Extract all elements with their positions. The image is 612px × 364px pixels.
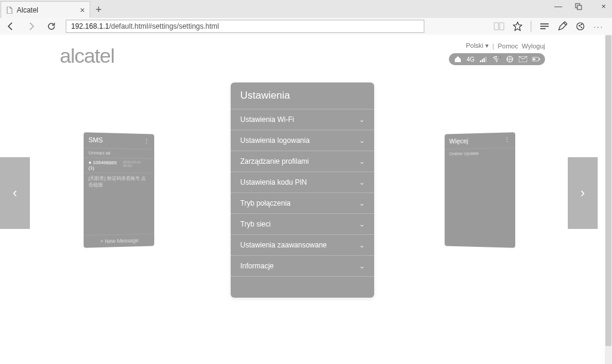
chevron-down-icon: ⌄ (359, 137, 365, 145)
settings-card: Ustawienia Ustawienia Wi-Fi⌄ Ustawienia … (231, 82, 374, 298)
globe-icon[interactable] (506, 55, 514, 63)
wifi-icon[interactable]: 1 (492, 55, 501, 63)
page-content: alcatel Polski ▾ | Pomoc Wyloguj 4G 1 (0, 35, 605, 364)
svg-rect-8 (484, 58, 485, 62)
window-close-icon[interactable]: × (598, 2, 610, 11)
browser-chrome: Alcatel × + — × 192.168.1.1/default.html… (0, 0, 612, 35)
carousel-next-button[interactable]: › (568, 157, 598, 229)
reading-view-icon[interactable] (494, 22, 504, 30)
settings-item-info[interactable]: Informacje⌄ (231, 255, 374, 276)
settings-item-network-mode[interactable]: Tryb sieci⌄ (231, 213, 374, 234)
svg-rect-16 (533, 58, 536, 60)
window-maximize-icon[interactable] (575, 3, 587, 10)
svg-point-10 (496, 61, 497, 62)
settings-item-login[interactable]: Ustawienia logowania⌄ (231, 130, 374, 151)
mail-icon[interactable] (519, 55, 527, 63)
settings-item-advanced[interactable]: Ustawienia zaawansowane⌄ (231, 234, 374, 255)
settings-title: Ustawienia (231, 82, 374, 109)
card-subheader: Unread all (84, 148, 154, 158)
signal-icon (479, 55, 488, 63)
svg-rect-17 (539, 58, 540, 60)
address-bar[interactable]: 192.168.1.1/default.html#settings/settin… (66, 20, 424, 33)
chevron-down-icon: ⌄ (359, 179, 365, 186)
toolbar-divider (531, 21, 531, 32)
notes-icon[interactable] (558, 22, 567, 31)
logout-link[interactable]: Wyloguj (522, 42, 545, 50)
language-selector[interactable]: Polski ▾ (466, 42, 488, 50)
chevron-down-icon: ⌄ (359, 262, 365, 270)
brand-logo: alcatel (60, 44, 114, 68)
back-button[interactable] (5, 20, 17, 32)
scrollbar[interactable] (605, 35, 612, 364)
chevron-down-icon: ⌄ (359, 158, 365, 166)
network-label: 4G (467, 56, 475, 63)
hub-icon[interactable] (540, 22, 549, 30)
home-icon[interactable] (454, 55, 462, 63)
browser-tab[interactable]: Alcatel × (1, 1, 90, 18)
scrollbar-thumb[interactable] (605, 35, 611, 346)
sms-card[interactable]: SMS⋮ Unread all ● 109498865 (1)2016-05-1… (84, 132, 154, 247)
carousel-prev-button[interactable]: ‹ (0, 157, 30, 229)
separator: | (492, 42, 494, 50)
svg-rect-7 (482, 59, 483, 62)
new-message-button[interactable]: + New Message (84, 234, 154, 248)
page-icon (6, 7, 13, 14)
sms-row[interactable]: ● 109498865 (1)2016-05-14 18:00 (84, 157, 154, 173)
card-footer-pad (231, 276, 374, 298)
card-row[interactable]: Online Update (445, 148, 515, 158)
more-card[interactable]: Więcej⋮ Online Update (445, 132, 515, 247)
card-title: Więcej (449, 137, 469, 145)
window-minimize-icon[interactable]: — (552, 2, 564, 11)
refresh-button[interactable] (45, 20, 57, 32)
settings-item-connection-mode[interactable]: Tryb połączenia⌄ (231, 192, 374, 213)
status-bar: 4G 1 (449, 53, 545, 65)
favorite-icon[interactable] (513, 22, 522, 31)
settings-item-wifi[interactable]: Ustawienia Wi-Fi⌄ (231, 109, 374, 130)
more-icon[interactable]: ··· (593, 22, 604, 31)
tab-title: Alcatel (17, 6, 38, 14)
forward-button[interactable] (25, 20, 37, 32)
svg-rect-1 (577, 5, 582, 10)
share-icon[interactable] (576, 22, 585, 31)
svg-rect-9 (485, 57, 486, 62)
svg-text:1: 1 (498, 56, 500, 59)
chevron-down-icon: ⌄ (359, 200, 365, 207)
chevron-down-icon: ⌄ (359, 221, 365, 228)
help-link[interactable]: Pomoc (498, 42, 518, 50)
card-menu-icon[interactable]: ⋮ (143, 137, 150, 145)
close-tab-icon[interactable]: × (80, 5, 85, 15)
new-tab-button[interactable]: + (90, 1, 107, 18)
svg-rect-6 (480, 60, 481, 62)
url-host: 192.168.1.1 (71, 22, 109, 30)
card-menu-icon[interactable]: ⋮ (504, 136, 510, 144)
sms-preview: [天眼查] 验证码查看账号 点击链接 (84, 172, 154, 190)
chevron-down-icon: ⌄ (359, 116, 365, 124)
chevron-down-icon: ⌄ (359, 241, 365, 249)
settings-item-profiles[interactable]: Zarządzanie profilami⌄ (231, 151, 374, 172)
settings-item-pin[interactable]: Ustawienia kodu PIN⌄ (231, 172, 374, 192)
card-title: SMS (88, 136, 103, 145)
battery-icon (532, 55, 540, 63)
url-path: /default.html#settings/settings.html (109, 22, 219, 30)
